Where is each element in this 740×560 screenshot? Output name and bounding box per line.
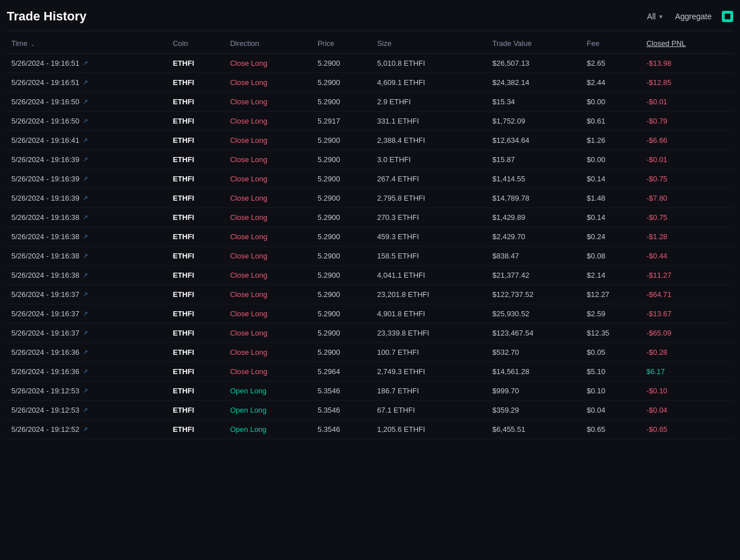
external-link-icon[interactable]: ↗ [83, 349, 88, 356]
cell-price: 5.2900 [313, 247, 373, 266]
external-link-icon[interactable]: ↗ [83, 156, 88, 163]
external-link-icon[interactable]: ↗ [83, 271, 88, 279]
cell-trade-value: $12,634.64 [488, 131, 582, 150]
external-link-icon[interactable]: ↗ [83, 79, 88, 86]
cell-direction: Close Long [226, 247, 313, 266]
time-value: 5/26/2024 - 19:12:53 [11, 406, 79, 414]
cell-price: 5.3546 [313, 420, 373, 439]
cell-fee: $1.26 [582, 131, 642, 150]
time-value: 5/26/2024 - 19:12:52 [11, 425, 79, 434]
pnl-value: -$0.75 [646, 213, 667, 222]
external-link-icon[interactable]: ↗ [83, 291, 88, 298]
pnl-value: -$0.28 [646, 348, 667, 357]
aggregate-label: Aggregate [675, 12, 712, 21]
cell-direction: Close Long [226, 343, 313, 362]
external-link-icon[interactable]: ↗ [83, 387, 88, 394]
time-value: 5/26/2024 - 19:16:39 [11, 155, 79, 164]
external-link-icon[interactable]: ↗ [83, 252, 88, 260]
cell-size: 4,041.1 ETHFI [373, 266, 488, 285]
coin-value: ETHFI [173, 348, 194, 357]
cell-coin: ETHFI [168, 169, 226, 189]
cell-size: 331.1 ETHFI [373, 112, 488, 131]
cell-time: 5/26/2024 - 19:16:51↗ [7, 73, 168, 92]
cell-direction: Open Long [226, 420, 313, 439]
col-trade-value: Trade Value [488, 33, 582, 54]
direction-value: Close Long [230, 175, 268, 183]
cell-price: 5.2900 [313, 208, 373, 227]
cell-fee: $12.35 [582, 324, 642, 343]
pnl-value: -$12.85 [646, 78, 671, 87]
cell-closed-pnl: -$7.80 [642, 189, 733, 208]
direction-value: Close Long [230, 271, 268, 279]
cell-fee: $2.65 [582, 54, 642, 73]
table-row: 5/26/2024 - 19:16:38↗ETHFIClose Long5.29… [7, 247, 733, 266]
direction-value: Open Long [230, 425, 267, 434]
cell-coin: ETHFI [168, 381, 226, 401]
cell-time: 5/26/2024 - 19:16:37↗ [7, 324, 168, 343]
table-row: 5/26/2024 - 19:12:52↗ETHFIOpen Long5.354… [7, 420, 733, 439]
pnl-value: -$0.44 [646, 252, 667, 260]
header-controls: All ▼ Aggregate [642, 10, 733, 23]
cell-direction: Close Long [226, 285, 313, 304]
cell-coin: ETHFI [168, 131, 226, 150]
cell-coin: ETHFI [168, 362, 226, 381]
table-row: 5/26/2024 - 19:16:41↗ETHFIClose Long5.29… [7, 131, 733, 150]
cell-trade-value: $15.34 [488, 92, 582, 112]
direction-value: Close Long [230, 136, 268, 145]
coin-value: ETHFI [173, 367, 194, 376]
cell-time: 5/26/2024 - 19:16:51↗ [7, 54, 168, 73]
cell-price: 5.3546 [313, 401, 373, 420]
coin-value: ETHFI [173, 252, 194, 260]
coin-value: ETHFI [173, 425, 194, 434]
pnl-value: -$0.65 [646, 425, 667, 434]
cell-time: 5/26/2024 - 19:12:53↗ [7, 401, 168, 420]
cell-closed-pnl: -$6.66 [642, 131, 733, 150]
external-link-icon[interactable]: ↗ [83, 60, 88, 67]
cell-fee: $2.59 [582, 304, 642, 324]
cell-size: 23,339.8 ETHFI [373, 324, 488, 343]
table-row: 5/26/2024 - 19:12:53↗ETHFIOpen Long5.354… [7, 381, 733, 401]
external-link-icon[interactable]: ↗ [83, 368, 88, 375]
cell-price: 5.2900 [313, 304, 373, 324]
cell-coin: ETHFI [168, 304, 226, 324]
external-link-icon[interactable]: ↗ [83, 137, 88, 144]
cell-direction: Close Long [226, 92, 313, 112]
external-link-icon[interactable]: ↗ [83, 233, 88, 240]
direction-value: Close Long [230, 194, 268, 202]
external-link-icon[interactable]: ↗ [83, 426, 88, 433]
cell-fee: $0.08 [582, 247, 642, 266]
external-link-icon[interactable]: ↗ [83, 310, 88, 317]
filter-dropdown[interactable]: All ▼ [642, 10, 668, 23]
direction-value: Close Long [230, 117, 268, 125]
cell-price: 5.2900 [313, 343, 373, 362]
external-link-icon[interactable]: ↗ [83, 175, 88, 183]
cell-fee: $5.10 [582, 362, 642, 381]
cell-price: 5.2900 [313, 73, 373, 92]
page-title: Trade History [7, 9, 87, 24]
external-link-icon[interactable]: ↗ [83, 214, 88, 221]
external-link-icon[interactable]: ↗ [83, 406, 88, 414]
cell-direction: Open Long [226, 381, 313, 401]
external-link-icon[interactable]: ↗ [83, 194, 88, 202]
table-row: 5/26/2024 - 19:16:37↗ETHFIClose Long5.29… [7, 324, 733, 343]
cell-closed-pnl: -$0.75 [642, 208, 733, 227]
cell-direction: Close Long [226, 227, 313, 247]
aggregate-toggle[interactable] [722, 11, 733, 22]
cell-time: 5/26/2024 - 19:16:37↗ [7, 304, 168, 324]
col-time[interactable]: Time ⌄ [7, 33, 168, 54]
direction-value: Close Long [230, 329, 268, 337]
external-link-icon[interactable]: ↗ [83, 117, 88, 125]
table-row: 5/26/2024 - 19:16:37↗ETHFIClose Long5.29… [7, 304, 733, 324]
external-link-icon[interactable]: ↗ [83, 98, 88, 105]
time-value: 5/26/2024 - 19:16:51 [11, 78, 79, 87]
cell-closed-pnl: -$13.67 [642, 304, 733, 324]
cell-time: 5/26/2024 - 19:16:39↗ [7, 189, 168, 208]
cell-trade-value: $14,789.78 [488, 189, 582, 208]
direction-value: Close Long [230, 290, 268, 299]
cell-fee: $0.05 [582, 343, 642, 362]
direction-value: Close Long [230, 59, 268, 67]
cell-trade-value: $999.70 [488, 381, 582, 401]
external-link-icon[interactable]: ↗ [83, 329, 88, 337]
cell-fee: $2.14 [582, 266, 642, 285]
cell-closed-pnl: -$0.65 [642, 420, 733, 439]
